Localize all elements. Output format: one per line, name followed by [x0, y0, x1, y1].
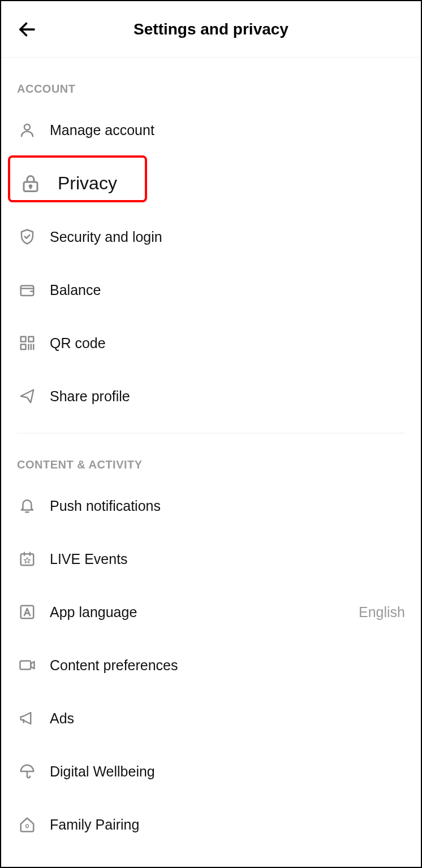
- video-icon: [17, 655, 37, 675]
- calendar-icon: [17, 549, 37, 569]
- family-pairing-label: Family Pairing: [50, 817, 139, 833]
- ads-item[interactable]: Ads: [1, 692, 421, 745]
- privacy-item[interactable]: Privacy: [1, 160, 421, 207]
- umbrella-icon: [17, 761, 37, 782]
- content-preferences-item[interactable]: Content preferences: [1, 639, 421, 692]
- share-profile-item[interactable]: Share profile: [1, 370, 421, 423]
- ads-label: Ads: [50, 710, 74, 727]
- share-profile-label: Share profile: [50, 388, 130, 405]
- back-button[interactable]: [17, 19, 37, 40]
- back-arrow-icon: [17, 19, 37, 40]
- svg-marker-17: [24, 558, 30, 563]
- app-language-value: English: [359, 604, 405, 620]
- live-events-label: LIVE Events: [50, 551, 128, 567]
- megaphone-icon: [17, 708, 37, 728]
- live-events-item[interactable]: LIVE Events: [1, 532, 421, 585]
- svg-rect-14: [21, 554, 34, 565]
- bell-icon: [17, 496, 37, 516]
- svg-rect-18: [21, 606, 34, 619]
- push-notifications-label: Push notifications: [50, 498, 161, 514]
- app-language-label: App language: [50, 604, 137, 620]
- balance-label: Balance: [50, 282, 101, 298]
- person-icon: [17, 120, 37, 140]
- qr-code-label: QR code: [50, 335, 106, 351]
- digital-wellbeing-item[interactable]: Digital Wellbeing: [1, 745, 421, 798]
- wallet-icon: [17, 280, 37, 300]
- security-login-label: Security and login: [50, 229, 162, 245]
- app-language-item[interactable]: App language English: [1, 585, 421, 639]
- lock-icon: [19, 172, 42, 195]
- manage-account-label: Manage account: [50, 122, 154, 138]
- qr-code-item[interactable]: QR code: [1, 316, 421, 370]
- shield-icon: [17, 227, 37, 247]
- svg-rect-8: [29, 337, 34, 342]
- svg-rect-9: [21, 345, 26, 350]
- manage-account-item[interactable]: Manage account: [1, 103, 421, 157]
- security-login-item[interactable]: Security and login: [1, 210, 421, 263]
- digital-wellbeing-label: Digital Wellbeing: [50, 763, 155, 780]
- share-icon: [17, 386, 37, 406]
- section-header-content: CONTENT & ACTIVITY: [1, 433, 421, 479]
- page-title: Settings and privacy: [17, 20, 405, 38]
- content-preferences-label: Content preferences: [50, 657, 178, 674]
- language-icon: [17, 602, 37, 622]
- home-heart-icon: [17, 814, 37, 835]
- header: Settings and privacy: [1, 1, 421, 58]
- section-header-account: ACCOUNT: [1, 58, 421, 103]
- family-pairing-item[interactable]: Family Pairing: [1, 798, 421, 851]
- svg-rect-7: [21, 337, 26, 342]
- qr-code-icon: [17, 333, 37, 353]
- svg-marker-20: [31, 662, 34, 669]
- svg-point-1: [24, 124, 30, 130]
- privacy-label: Privacy: [58, 173, 117, 194]
- push-notifications-item[interactable]: Push notifications: [1, 479, 421, 532]
- balance-item[interactable]: Balance: [1, 263, 421, 316]
- svg-rect-19: [20, 661, 31, 670]
